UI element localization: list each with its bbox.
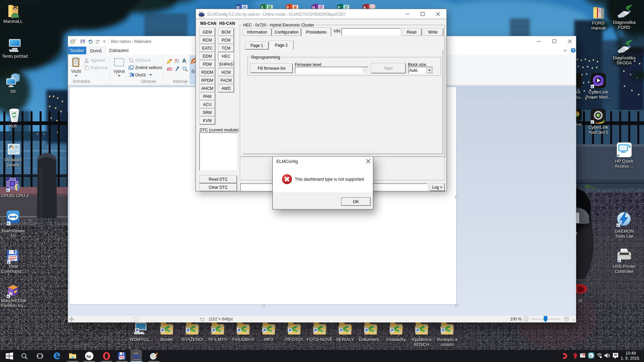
svg-text:Sn: Sn xyxy=(122,358,124,360)
svg-text:e: e xyxy=(590,354,592,358)
svg-text:Config: Config xyxy=(133,359,140,361)
svg-text:Config: Config xyxy=(199,16,205,18)
svg-text:hp: hp xyxy=(87,354,91,358)
